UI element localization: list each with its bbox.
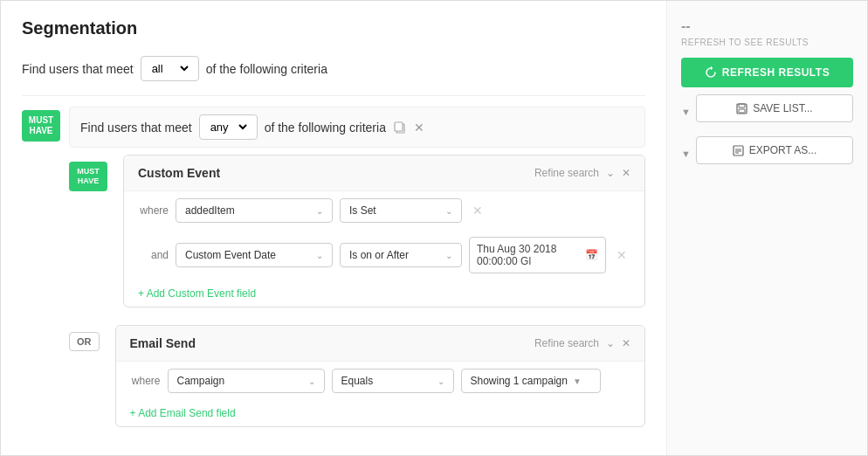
isset-dropdown[interactable]: Is Set ⌄ [340, 198, 462, 223]
addeditem-value: addedItem [185, 204, 235, 217]
inner-suffix: of the following criteria [265, 121, 386, 135]
custom-event-refine[interactable]: Refine search [534, 167, 599, 179]
row1-label: where [138, 204, 169, 217]
inner-criteria-container: Find users that meet any all none of the… [69, 107, 645, 438]
email-send-close-icon[interactable]: ✕ [622, 337, 630, 349]
isset-value: Is Set [349, 204, 376, 217]
page-container: Segmentation Find users that meet all an… [0, 0, 868, 456]
date-text: Thu Aug 30 2018 00:00:00 Gl [477, 243, 580, 267]
export-as-label: EXPORT AS... [749, 144, 817, 156]
is-on-or-after-value: Is on or After [349, 249, 409, 261]
email-send-title: Email Send [130, 336, 196, 350]
rp-refresh-label: REFRESH TO SEE RESULTS [681, 38, 853, 47]
save-list-button[interactable]: SAVE LIST... [696, 94, 853, 122]
export-as-row: ▼ EXPORT AS... [681, 136, 853, 171]
left-panel: Segmentation Find users that meet all an… [1, 1, 666, 455]
custom-event-date-chevron: ⌄ [316, 251, 323, 260]
inner-must-have-badge: MUST HAVE [69, 162, 107, 191]
equals-chevron: ⌄ [437, 377, 444, 386]
add-email-send-field[interactable]: + Add Email Send field [116, 400, 645, 426]
row2-remove-icon[interactable]: ✕ [613, 248, 630, 262]
custom-event-title: Custom Event [138, 166, 220, 180]
export-arrow[interactable]: ▼ [681, 149, 691, 159]
showing-campaign-text: Showing 1 campaign [471, 375, 568, 387]
top-criteria-row: Find users that meet all any none of the… [22, 56, 645, 81]
is-on-or-after-chevron: ⌄ [445, 251, 452, 260]
showing-campaign-dropdown[interactable]: Showing 1 campaign ▼ [461, 369, 601, 393]
custom-event-row-1: where addedItem ⌄ Is Set ⌄ [124, 191, 644, 230]
or-badge: OR [69, 332, 100, 351]
showing-campaign-chevron: ▼ [573, 377, 582, 386]
custom-event-close-icon[interactable]: ✕ [622, 167, 630, 179]
inner-top-row: Find users that meet any all none of the… [69, 107, 645, 148]
addeditem-chevron: ⌄ [316, 206, 323, 216]
save-list-row: ▼ SAVE LIST... [681, 94, 853, 129]
save-list-label: SAVE LIST... [753, 102, 812, 114]
refresh-results-button[interactable]: REFRESH RESULTS [681, 58, 853, 87]
email-send-actions: Refine search ⌄ ✕ [534, 337, 630, 349]
email-row1-label: where [130, 375, 161, 387]
addeditem-dropdown[interactable]: addedItem ⌄ [176, 198, 333, 223]
isset-chevron: ⌄ [445, 206, 452, 216]
custom-event-row-2: and Custom Event Date ⌄ Is on or After ⌄ [124, 230, 644, 280]
email-send-refine[interactable]: Refine search [534, 337, 599, 349]
export-as-button[interactable]: EXPORT AS... [696, 136, 853, 164]
inner-select[interactable]: any all none [207, 120, 250, 135]
email-send-block: Email Send Refine search ⌄ ✕ whe [115, 325, 646, 427]
campaign-dropdown[interactable]: Campaign ⌄ [168, 369, 325, 393]
top-criteria-select[interactable]: all any none [148, 61, 191, 76]
export-icon [733, 145, 744, 156]
svg-rect-4 [739, 109, 745, 113]
custom-event-header: Custom Event Refine search ⌄ ✕ [124, 155, 644, 191]
add-custom-event-field[interactable]: + Add Custom Event field [124, 280, 644, 307]
copy-icon[interactable] [393, 121, 407, 135]
equals-value: Equals [341, 375, 374, 387]
must-have-badge: MUST HAVE [22, 110, 60, 142]
custom-event-collapse-icon[interactable]: ⌄ [606, 167, 615, 179]
campaign-chevron: ⌄ [308, 377, 315, 386]
inner-prefix: Find users that meet [80, 121, 192, 135]
campaign-value: Campaign [177, 375, 225, 387]
rp-dashes: -- [681, 18, 853, 34]
row1-remove-icon[interactable]: ✕ [469, 204, 486, 218]
is-on-or-after-dropdown[interactable]: Is on or After ⌄ [340, 243, 462, 267]
custom-event-actions: Refine search ⌄ ✕ [534, 167, 630, 179]
must-have-row: MUST HAVE Find users that meet any all n… [22, 107, 645, 438]
save-list-arrow[interactable]: ▼ [681, 107, 691, 117]
top-criteria-dropdown[interactable]: all any none [141, 56, 199, 81]
email-send-collapse-icon[interactable]: ⌄ [606, 337, 615, 349]
inner-close-icon[interactable]: ✕ [414, 121, 424, 135]
custom-event-date-value: Custom Event Date [185, 249, 276, 261]
custom-event-block: Custom Event Refine search ⌄ ✕ w [123, 155, 645, 307]
top-criteria-suffix: of the following criteria [206, 62, 327, 76]
custom-event-date-dropdown[interactable]: Custom Event Date ⌄ [176, 243, 333, 267]
right-panel: -- REFRESH TO SEE RESULTS REFRESH RESULT… [666, 1, 867, 455]
main-content: Segmentation Find users that meet all an… [1, 1, 867, 455]
date-value-field[interactable]: Thu Aug 30 2018 00:00:00 Gl 📅 [469, 237, 606, 273]
equals-dropdown[interactable]: Equals ⌄ [332, 369, 454, 393]
inner-dropdown[interactable]: any all none [199, 114, 258, 140]
page-title: Segmentation [22, 18, 645, 38]
top-criteria-prefix: Find users that meet [22, 62, 134, 76]
email-send-row-1: where Campaign ⌄ Equals ⌄ [116, 362, 645, 400]
divider [22, 95, 645, 96]
email-send-header: Email Send Refine search ⌄ ✕ [116, 326, 645, 362]
row2-label: and [138, 249, 169, 261]
refresh-btn-label: REFRESH RESULTS [722, 66, 830, 79]
calendar-icon[interactable]: 📅 [585, 249, 598, 261]
refresh-icon [705, 66, 717, 79]
svg-rect-1 [395, 122, 403, 131]
save-icon [736, 103, 747, 114]
